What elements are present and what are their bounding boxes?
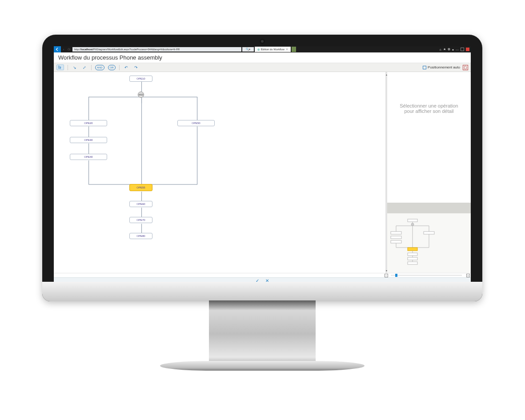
node-ope10[interactable]: OPE10 [129,76,152,82]
go-button[interactable]: 🔍▾ [242,47,254,52]
new-tab-button[interactable] [292,47,296,52]
screen: › ◷ http://localhost/PI/Diagram/Workflow… [54,46,471,284]
node-ope30[interactable]: OPE30 [70,137,107,143]
auto-layout-label: Positionnement auto [428,65,460,69]
address-bar[interactable]: http://localhost/PI/Diagram/WorkflowEdit… [72,47,241,52]
node-ope50[interactable]: OPE50 [177,120,215,126]
side-panel: Sélectionner une opération pour afficher… [387,72,471,273]
monitor-frame: › ◷ http://localhost/PI/Diagram/Workflow… [42,35,482,301]
browser-toolbar: › ◷ http://localhost/PI/Diagram/Workflow… [54,46,471,52]
forward-button[interactable]: › [61,48,66,51]
node-ope80[interactable]: OPE80 [129,233,152,239]
main-area: OPE10 AND OPE20 OPE30 OPE40 OPE50 OPE55 … [54,72,471,273]
zoom-thumb[interactable] [395,274,397,277]
arrow-in-tool[interactable]: ↘ [72,65,78,70]
placeholder-line2: pour afficher son détail [400,108,458,114]
placeholder-line1: Sélectionner une opération [400,103,458,108]
zoom-in-button[interactable]: + [466,274,470,277]
url-host: localhost [81,48,92,51]
tab-close-button[interactable]: ✕ [286,47,288,52]
connectors [54,72,385,273]
tab-favicon: ◍ [257,47,260,52]
svg-point-8 [411,223,414,226]
and-gate-tool[interactable]: AND [95,65,104,70]
cursor-tool[interactable] [56,64,64,70]
svg-rect-14 [424,232,434,234]
svg-rect-12 [391,236,401,239]
diagram-canvas[interactable]: OPE10 AND OPE20 OPE30 OPE40 OPE50 OPE55 … [54,72,385,273]
page-icon: ◷ [66,48,72,51]
monitor-foot [160,361,365,371]
checkbox-icon [423,66,426,69]
auto-layout-checkbox[interactable]: Positionnement auto [423,65,460,69]
separator [68,65,68,70]
home-icon[interactable]: ⌂ [440,48,441,51]
export-pdf-button[interactable] [463,65,468,70]
node-ope20[interactable]: OPE20 [70,120,107,126]
minimap[interactable] [387,208,471,273]
separator [119,65,120,70]
monitor-stand [209,300,316,367]
workflow-toolbar: ↘ ⤢ AND OR ↶ ↷ Positionnement auto [54,63,471,72]
window-close-button[interactable] [466,48,469,51]
or-gate-tool[interactable]: OR [108,65,116,70]
undo-button[interactable]: ↶ [123,65,129,70]
svg-rect-11 [391,232,401,234]
monitor-chin [42,282,482,301]
svg-rect-15 [408,248,417,251]
operation-detail-placeholder: Sélectionner une opération pour afficher… [387,72,471,208]
url-path: /PI/Diagram/WorkflowEdit.aspx?codeProces… [92,48,180,51]
zoom-bar: − + [54,273,471,277]
tab-title: Édition du Workflow [261,47,285,52]
minimize-button[interactable]: — [456,48,459,51]
settings-icon[interactable]: ✿ [448,48,450,51]
window-controls: ⌂ ★ ✿ ● — [440,48,471,51]
favorites-icon[interactable]: ★ [443,48,446,51]
minimap-svg [387,213,471,273]
zoom-out-button[interactable]: − [385,274,388,277]
node-ope40[interactable]: OPE40 [70,154,107,160]
webcam-dot [261,40,264,43]
back-button[interactable] [54,46,61,52]
separator [91,65,92,70]
zoom-slider[interactable] [391,275,462,276]
node-ope60[interactable]: OPE60 [129,201,152,207]
svg-rect-13 [391,240,401,243]
page-title: Workflow du processus Phone assembly [54,52,471,63]
and-gate[interactable]: AND [138,92,144,98]
node-ope55-selected[interactable]: OPE55 [129,184,152,191]
svg-rect-17 [408,257,417,260]
fullscreen-tool[interactable]: ⤢ [81,65,88,70]
maximize-button[interactable] [461,48,464,51]
svg-rect-18 [408,262,417,264]
browser-tab[interactable]: ◍ Édition du Workflow ✕ [255,47,291,52]
svg-rect-7 [408,219,417,222]
redo-button[interactable]: ↷ [133,65,139,70]
notifications-icon[interactable]: ● [452,48,454,51]
svg-rect-16 [408,253,417,256]
node-ope70[interactable]: OPE70 [129,217,152,223]
